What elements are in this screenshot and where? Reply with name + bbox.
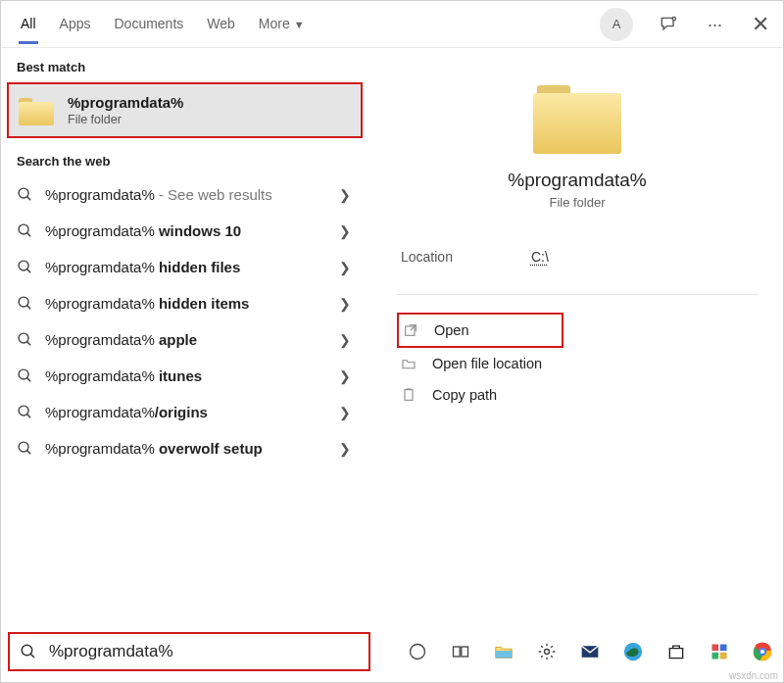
web-result-item[interactable]: %programdata% hidden items❯ <box>1 285 370 321</box>
edge-icon[interactable] <box>621 640 645 663</box>
search-input[interactable] <box>47 641 359 662</box>
svg-rect-24 <box>496 651 513 658</box>
close-icon[interactable]: ✕ <box>748 10 773 39</box>
web-result-item[interactable]: %programdata% windows 10❯ <box>1 213 370 249</box>
web-results-list: %programdata% - See web results❯%program… <box>1 176 370 466</box>
file-explorer-icon[interactable] <box>492 640 515 663</box>
web-result-label: %programdata%/origins <box>45 404 208 420</box>
search-bar[interactable] <box>8 632 370 671</box>
chevron-right-icon: ❯ <box>339 223 357 239</box>
svg-line-10 <box>27 342 31 346</box>
search-icon <box>17 295 33 312</box>
search-icon <box>17 440 33 457</box>
web-result-item[interactable]: %programdata%/origins❯ <box>1 394 370 430</box>
svg-point-19 <box>22 645 32 656</box>
location-label: Location <box>401 249 453 265</box>
svg-point-0 <box>672 17 675 20</box>
svg-point-15 <box>19 442 28 452</box>
svg-rect-18 <box>405 390 413 401</box>
svg-rect-28 <box>712 645 719 652</box>
svg-point-25 <box>545 650 550 655</box>
folder-open-icon <box>401 356 418 371</box>
body: Best match %programdata% File folder Sea… <box>1 48 783 682</box>
chevron-right-icon: ❯ <box>339 260 357 275</box>
tab-documents[interactable]: Documents <box>112 4 185 44</box>
location-value[interactable]: C:\ <box>531 249 549 265</box>
chevron-right-icon: ❯ <box>339 368 357 384</box>
web-result-item[interactable]: %programdata% hidden files❯ <box>1 249 370 285</box>
app-icon[interactable] <box>708 640 731 663</box>
svg-point-34 <box>760 650 764 654</box>
location-row: Location C:\ <box>401 249 754 265</box>
search-icon <box>17 186 33 203</box>
preview-panel: %programdata% File folder Location C:\ O… <box>371 48 783 682</box>
preview-hero: %programdata% File folder <box>397 81 758 210</box>
chevron-right-icon: ❯ <box>339 296 357 312</box>
svg-point-5 <box>19 261 28 270</box>
tab-all[interactable]: All <box>19 4 38 44</box>
header: All Apps Documents Web More▼ A ··· ✕ <box>1 1 783 48</box>
search-window: All Apps Documents Web More▼ A ··· ✕ Bes… <box>0 0 784 683</box>
taskbar <box>406 632 774 671</box>
svg-line-2 <box>27 197 31 201</box>
web-result-label: %programdata% itunes <box>45 367 202 384</box>
chevron-right-icon: ❯ <box>339 405 357 420</box>
actions-list: Open Open file location Copy path <box>397 313 758 411</box>
svg-line-4 <box>27 233 31 237</box>
svg-point-13 <box>19 406 28 415</box>
user-avatar[interactable]: A <box>600 8 633 41</box>
svg-line-20 <box>30 654 34 658</box>
more-options[interactable]: ··· <box>704 12 726 37</box>
web-result-label: %programdata% windows 10 <box>45 222 241 239</box>
settings-icon[interactable] <box>535 640 559 663</box>
search-icon <box>20 643 37 660</box>
action-copy-path[interactable]: Copy path <box>397 379 758 411</box>
web-result-item[interactable]: %programdata% apple❯ <box>1 321 370 358</box>
results-panel: Best match %programdata% File folder Sea… <box>1 48 371 682</box>
preview-subtitle: File folder <box>549 195 605 210</box>
chevron-right-icon: ❯ <box>339 187 357 203</box>
action-copy-path-label: Copy path <box>432 387 497 403</box>
task-view-icon[interactable] <box>449 640 472 663</box>
svg-rect-31 <box>720 653 727 659</box>
chevron-right-icon: ❯ <box>339 332 357 348</box>
feedback-icon[interactable] <box>655 11 682 38</box>
svg-rect-23 <box>462 647 468 657</box>
web-result-item[interactable]: %programdata% - See web results❯ <box>1 176 370 213</box>
cortana-icon[interactable] <box>406 640 429 663</box>
search-icon <box>17 259 33 275</box>
svg-line-6 <box>27 269 31 273</box>
web-result-label: %programdata% overwolf setup <box>45 440 263 457</box>
web-result-item[interactable]: %programdata% itunes❯ <box>1 358 370 394</box>
svg-point-21 <box>411 645 425 659</box>
store-icon[interactable] <box>664 640 688 663</box>
action-open[interactable]: Open <box>397 313 564 348</box>
mail-icon[interactable] <box>578 640 602 663</box>
chevron-down-icon: ▼ <box>294 19 305 30</box>
tab-more[interactable]: More▼ <box>257 4 307 44</box>
tab-apps[interactable]: Apps <box>58 4 93 44</box>
search-web-label: Search the web <box>1 142 370 176</box>
action-open-label: Open <box>434 322 468 338</box>
chrome-icon[interactable] <box>751 640 774 663</box>
copy-icon <box>401 387 418 403</box>
best-match-item[interactable]: %programdata% File folder <box>7 82 363 138</box>
svg-point-11 <box>19 369 28 379</box>
svg-point-7 <box>19 297 28 307</box>
best-match-title: %programdata% <box>68 94 183 111</box>
web-result-label: %programdata% apple <box>45 331 197 348</box>
chevron-right-icon: ❯ <box>339 441 357 457</box>
svg-rect-30 <box>712 653 719 659</box>
preview-title: %programdata% <box>508 170 647 191</box>
web-result-label: %programdata% - See web results <box>45 186 272 203</box>
svg-line-14 <box>27 415 31 418</box>
svg-rect-22 <box>454 647 461 657</box>
svg-point-1 <box>19 188 28 198</box>
folder-icon <box>19 96 54 125</box>
svg-line-12 <box>27 378 31 382</box>
header-actions: A ··· ✕ <box>600 8 773 41</box>
web-result-item[interactable]: %programdata% overwolf setup❯ <box>1 430 370 466</box>
tab-web[interactable]: Web <box>205 4 237 44</box>
action-open-location[interactable]: Open file location <box>397 348 758 379</box>
search-icon <box>17 222 33 239</box>
